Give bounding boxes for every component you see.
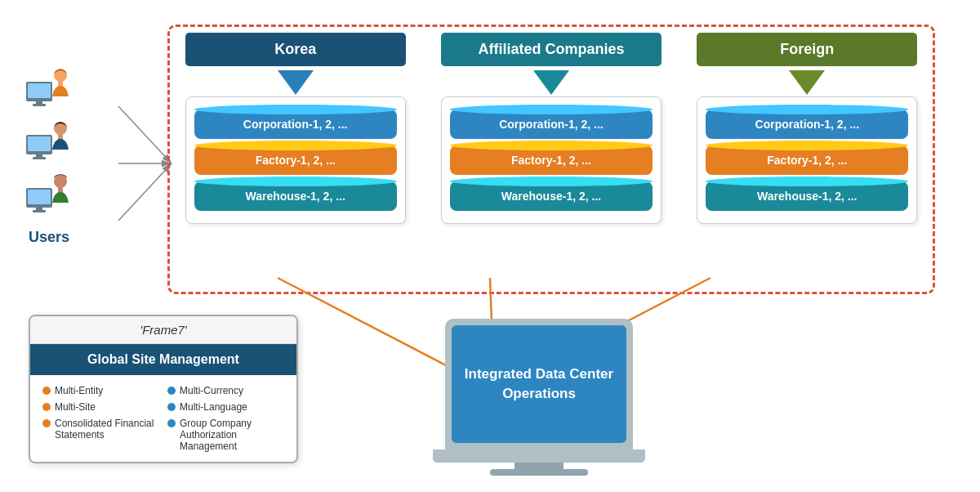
affiliated-header: Affiliated Companies: [441, 33, 662, 66]
korea-warehouse: Warehouse-1, 2, ...: [194, 181, 397, 211]
frame7-item-3: Multi-Site: [42, 401, 159, 413]
foreign-factory: Factory-1, 2, ...: [706, 145, 908, 175]
frame7-item-label-4: Multi-Language: [180, 401, 247, 413]
svg-rect-1: [28, 83, 51, 98]
frame7-item-4: Multi-Language: [167, 401, 284, 413]
svg-point-4: [54, 69, 67, 82]
affiliated-corporation: Corporation-1, 2, ...: [450, 110, 653, 139]
user-icon-3: [24, 172, 74, 217]
affiliated-column: Affiliated Companies Corporation-1, 2, .…: [441, 33, 662, 224]
svg-point-10: [54, 122, 67, 135]
foreign-warehouse: Warehouse-1, 2, ...: [706, 181, 908, 211]
frame7-title: 'Frame7': [30, 316, 296, 344]
users-label: Users: [29, 229, 69, 246]
svg-rect-11: [58, 134, 63, 139]
svg-rect-3: [33, 104, 46, 106]
svg-rect-7: [28, 136, 51, 151]
frame7-item-label-6: Group Company Authorization Management: [180, 418, 284, 452]
svg-line-21: [118, 163, 172, 221]
frame7-item-1: Multi-Entity: [42, 385, 159, 396]
main-container: Users Korea Corporation-1, 2, ... Factor…: [0, 0, 980, 492]
user-icon-2: [24, 119, 74, 163]
bullet-4: [167, 403, 176, 411]
laptop-section: Integrated Data Center Operations: [433, 319, 645, 476]
svg-point-16: [54, 175, 67, 188]
user-icon-1: [24, 65, 74, 110]
svg-rect-9: [33, 157, 46, 159]
svg-line-19: [118, 106, 172, 163]
korea-arrow: [278, 70, 314, 95]
frame7-item-2: Multi-Currency: [167, 385, 284, 396]
columns-wrapper: Korea Corporation-1, 2, ... Factory-1, 2…: [176, 33, 927, 224]
frame7-header: Global Site Management: [30, 344, 296, 375]
affiliated-db-card: Corporation-1, 2, ... Factory-1, 2, ... …: [441, 96, 662, 224]
bullet-1: [42, 387, 51, 395]
svg-rect-17: [58, 187, 63, 192]
bullet-6: [167, 419, 176, 427]
foreign-column: Foreign Corporation-1, 2, ... Factory-1,…: [697, 33, 917, 224]
svg-rect-5: [58, 81, 63, 86]
korea-db-card: Corporation-1, 2, ... Factory-1, 2, ... …: [185, 96, 406, 224]
laptop-screen-inner: Integrated Data Center Operations: [452, 325, 626, 443]
foreign-corporation: Corporation-1, 2, ...: [706, 110, 908, 139]
affiliated-warehouse: Warehouse-1, 2, ...: [450, 181, 653, 211]
frame7-item-6: Group Company Authorization Management: [167, 418, 284, 452]
bullet-3: [42, 403, 51, 411]
affiliated-factory: Factory-1, 2, ...: [450, 145, 653, 175]
korea-header: Korea: [185, 33, 406, 66]
foreign-header: Foreign: [697, 33, 917, 66]
laptop-foot: [490, 469, 588, 476]
korea-column: Korea Corporation-1, 2, ... Factory-1, 2…: [185, 33, 406, 224]
laptop-text: Integrated Data Center Operations: [460, 365, 618, 404]
bullet-5: [42, 419, 51, 427]
frame7-item-label-5: Consolidated Financial Statements: [55, 418, 159, 441]
svg-rect-15: [33, 210, 46, 212]
svg-rect-13: [28, 190, 51, 204]
korea-corporation: Corporation-1, 2, ...: [194, 110, 397, 139]
laptop-base: [433, 450, 645, 463]
frame7-item-label-2: Multi-Currency: [180, 385, 243, 396]
frame7-box: 'Frame7' Global Site Management Multi-En…: [29, 315, 298, 463]
foreign-db-card: Corporation-1, 2, ... Factory-1, 2, ... …: [697, 96, 917, 224]
laptop-stand: [514, 463, 564, 469]
frame7-content: Multi-Entity Multi-Currency Multi-Site M…: [30, 375, 296, 462]
korea-factory: Factory-1, 2, ...: [194, 145, 397, 175]
foreign-arrow: [789, 70, 825, 95]
bullet-2: [167, 387, 176, 395]
frame7-item-label-1: Multi-Entity: [55, 385, 103, 396]
frame7-item-label-3: Multi-Site: [55, 401, 96, 413]
affiliated-arrow: [533, 70, 569, 95]
users-section: Users: [24, 65, 74, 246]
laptop-screen: Integrated Data Center Operations: [445, 319, 633, 450]
user-arrows-svg: [74, 82, 180, 245]
frame7-item-5: Consolidated Financial Statements: [42, 418, 159, 452]
